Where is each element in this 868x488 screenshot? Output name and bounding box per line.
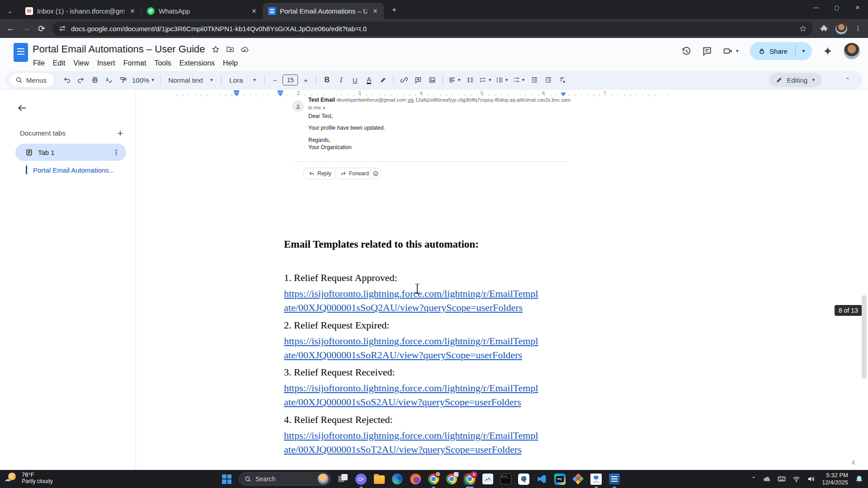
align-button[interactable]: ▼ <box>447 74 462 86</box>
menu-edit[interactable]: Edit <box>49 58 70 69</box>
google-docs-logo[interactable] <box>14 43 28 62</box>
version-history-icon[interactable] <box>681 46 691 56</box>
tray-chevron-up-icon[interactable]: ⌃ <box>751 476 756 482</box>
browser-tab-gmail[interactable]: M Inbox (1) - ishann.tforce@gmai ✕ <box>20 3 141 19</box>
indent-marker-bar[interactable] <box>278 90 283 92</box>
decrease-font-size-button[interactable]: − <box>269 74 281 86</box>
new-tab-button[interactable]: + <box>387 3 401 17</box>
sidebar-item-tab1[interactable]: Tab 1 <box>15 144 126 161</box>
account-avatar[interactable] <box>844 43 860 59</box>
onedrive-cloud-icon[interactable] <box>763 475 771 483</box>
spelling-check-button[interactable] <box>103 74 115 86</box>
back-arrow-icon[interactable] <box>17 103 27 113</box>
taskbar-edge[interactable] <box>391 473 403 485</box>
close-button[interactable]: ✕ <box>847 0 868 15</box>
numbered-list-button[interactable]: ▼ <box>511 74 527 86</box>
taskbar-writer[interactable] <box>608 473 620 485</box>
taskbar-search-box[interactable]: Search <box>239 472 331 486</box>
touch-keyboard-icon[interactable] <box>778 475 786 483</box>
insert-link-button[interactable] <box>398 74 410 86</box>
line-spacing-button[interactable] <box>464 74 476 86</box>
site-settings-icon[interactable] <box>59 25 66 32</box>
clear-formatting-button[interactable] <box>556 74 569 86</box>
add-tab-plus-icon[interactable] <box>117 130 124 137</box>
taskbar-file-explorer[interactable] <box>373 473 385 485</box>
taskbar-chrome-profile2[interactable] <box>445 473 458 485</box>
left-margin-marker[interactable] <box>234 93 239 96</box>
font-select[interactable]: Lora▼ <box>226 74 260 86</box>
tab-search-button[interactable]: ⌄ <box>0 3 20 19</box>
vertical-scrollbar-thumb[interactable] <box>862 295 867 379</box>
taskbar-vscode[interactable] <box>536 473 548 485</box>
paragraph-style-select[interactable]: Normal text▼ <box>165 74 217 86</box>
taskbar-postgresql[interactable] <box>518 473 530 485</box>
menu-extensions[interactable]: Extensions <box>175 58 219 69</box>
highlight-color-button[interactable] <box>377 74 389 86</box>
browser-menu-kebab-icon[interactable] <box>854 25 862 32</box>
margin-marker-bar[interactable] <box>234 90 239 92</box>
taskbar-task-view-button[interactable] <box>337 473 349 485</box>
taskbar-chrome-active[interactable]: S <box>463 473 476 485</box>
editing-mode-select[interactable]: Editing ▼ <box>769 73 822 87</box>
tab-options-kebab-icon[interactable] <box>113 149 120 156</box>
document-title[interactable]: Portal Email Automations – User Guide <box>33 43 205 55</box>
forward-button[interactable]: → <box>22 23 31 33</box>
menu-file[interactable]: File <box>29 58 49 69</box>
browser-profile-avatar[interactable] <box>835 23 847 34</box>
taskbar-pycharm[interactable]: PC <box>554 473 566 485</box>
taskbar-chrome-profile1[interactable] <box>427 473 439 485</box>
tab-close-icon[interactable]: ✕ <box>250 7 258 15</box>
meet-call-button[interactable]: ▼ <box>723 46 739 56</box>
left-indent-marker[interactable] <box>278 93 283 96</box>
volume-icon[interactable] <box>807 475 815 483</box>
email-template-link-received[interactable]: https://isijoftoronto.lightning.force.co… <box>284 381 538 409</box>
taskbar-taskpro[interactable]: TaskPro <box>590 473 602 485</box>
star-document-icon[interactable] <box>212 45 220 53</box>
gemini-sparkle-icon[interactable] <box>823 46 833 56</box>
undo-button[interactable] <box>61 74 73 86</box>
taskbar-command-prompt[interactable]: C:\_ <box>500 473 512 485</box>
add-comment-button[interactable] <box>412 74 425 86</box>
decrease-indent-button[interactable] <box>528 74 541 86</box>
bold-button[interactable]: B <box>321 74 333 86</box>
increase-font-size-button[interactable]: + <box>299 74 312 86</box>
tab-close-icon[interactable]: ✕ <box>371 7 379 15</box>
email-template-link-rejected[interactable]: https://isijoftoronto.lightning.force.co… <box>284 428 538 456</box>
minimize-button[interactable]: — <box>806 0 826 15</box>
back-button[interactable]: ← <box>6 23 15 33</box>
underline-button[interactable]: U <box>349 74 361 86</box>
outline-item-portal-email[interactable]: Portal Email Automations... <box>26 165 114 174</box>
font-size-input[interactable]: 15 <box>283 75 298 85</box>
menu-help[interactable]: Help <box>219 58 242 69</box>
italic-button[interactable]: I <box>335 74 347 86</box>
bookmark-star-icon[interactable] <box>799 25 807 32</box>
email-template-link-expired[interactable]: https://isijoftoronto.lightning.force.co… <box>284 334 538 362</box>
browser-tab-whatsapp[interactable]: ✆ WhatsApp ✕ <box>142 3 263 19</box>
taskbar-photos-app[interactable] <box>481 473 494 485</box>
insert-image-button[interactable] <box>426 74 439 86</box>
weather-widget[interactable]: ☁ 76°F Partly cloudy <box>5 471 53 484</box>
menu-view[interactable]: View <box>69 58 93 69</box>
menu-format[interactable]: Format <box>119 58 151 69</box>
share-dropdown-icon[interactable]: ▼ <box>802 49 806 53</box>
checklist-button[interactable]: ▼ <box>478 74 493 86</box>
right-indent-marker[interactable] <box>561 93 566 96</box>
bulleted-list-button[interactable]: ▼ <box>495 74 510 86</box>
paint-format-button[interactable] <box>117 74 129 86</box>
tab-close-icon[interactable]: ✕ <box>128 7 137 15</box>
menu-tools[interactable]: Tools <box>150 58 175 69</box>
toolbar-search-menus[interactable]: Menus <box>10 73 54 87</box>
menu-insert[interactable]: Insert <box>93 58 119 69</box>
taskbar-clock[interactable]: 5:32 PM 12/4/2025 <box>822 472 848 486</box>
text-color-button[interactable]: A <box>363 74 375 86</box>
print-button[interactable] <box>89 74 101 86</box>
taskbar-firefox[interactable] <box>409 473 421 485</box>
browser-tab-docs-active[interactable]: Portal Email Automations – Use ✕ <box>263 3 384 19</box>
zoom-select[interactable]: 100%▼ <box>131 74 156 86</box>
move-to-folder-icon[interactable] <box>226 45 234 53</box>
comments-icon[interactable] <box>702 46 712 56</box>
start-button[interactable] <box>221 473 233 485</box>
collapse-toolbar-chevron[interactable]: ⌃ <box>845 77 850 83</box>
reload-button[interactable]: ⟳ <box>38 23 45 34</box>
taskbar-meet-app[interactable] <box>355 473 367 485</box>
